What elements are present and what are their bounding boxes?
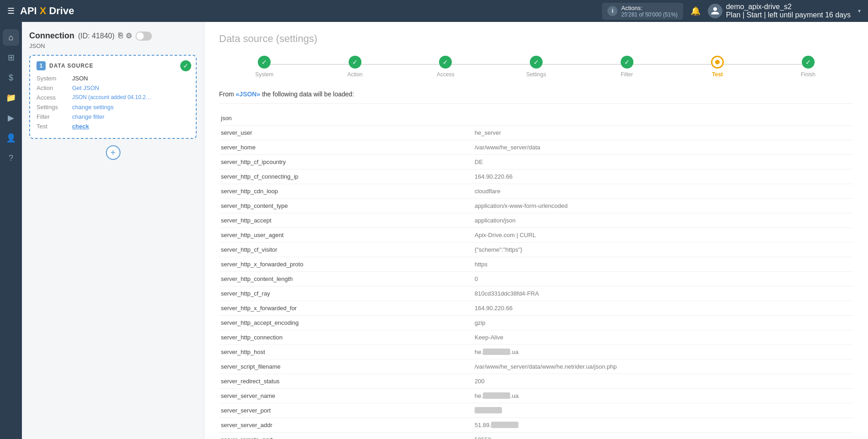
step-test[interactable]: Test (672, 56, 763, 78)
sidebar-item-help[interactable]: ? (3, 150, 19, 166)
value-settings[interactable]: change settings (72, 104, 114, 111)
row-value: /var/www/he_server/data/www/he.netrider.… (473, 360, 853, 374)
table-row: server_http_hosthe.​​​​.ua (219, 345, 853, 360)
row-key: server_server_name (219, 389, 473, 403)
row-value: application/x-www-form-urlencoded (473, 199, 853, 213)
table-row: server_http_cdn_loopcloudflare (219, 184, 853, 199)
source-name: «JSON» (236, 90, 261, 98)
panel-title-main: Data source (219, 33, 273, 44)
row-key: server_http_cdn_loop (219, 184, 473, 199)
row-key: server_http_user_agent (219, 228, 473, 243)
table-row: server_http_x_forwarded_for164.90.220.66 (219, 301, 853, 316)
step-access: ✓ Access (400, 56, 491, 78)
sidebar-item-home[interactable]: ⌂ (3, 29, 19, 46)
logo-api: API (20, 5, 37, 17)
row-key: server_http_content_type (219, 199, 473, 213)
user-details: demo_apix-drive_s2 Plan | Start | left u… (726, 3, 851, 19)
step-action: ✓ Action (310, 56, 401, 78)
step-label-action: Action (347, 71, 362, 78)
actions-label: Actions: (621, 5, 677, 11)
card-header: 1 DATA SOURCE (37, 61, 189, 70)
value-access[interactable]: JSON (account added 04.10.2… (72, 94, 151, 101)
username: demo_apix-drive_s2 (726, 3, 851, 11)
avatar (708, 4, 722, 18)
step-filter: ✓ Filter (581, 56, 672, 78)
step-circle-test (711, 56, 724, 69)
sidebar-item-play[interactable]: ▶ (3, 110, 19, 126)
data-table: jsonserver_userhe_serverserver_home/var/… (219, 111, 853, 439)
connection-label: Connection (29, 31, 74, 41)
step-label-finish: Finish (801, 71, 816, 78)
value-filter[interactable]: change filter (72, 113, 105, 120)
label-test: Test (37, 123, 68, 130)
hamburger-menu[interactable]: ☰ (7, 6, 15, 16)
logo: APIXDrive (20, 5, 74, 17)
step-circle-system: ✓ (258, 56, 271, 69)
card-title: DATA SOURCE (49, 63, 94, 69)
step-circle-settings: ✓ (530, 56, 543, 69)
value-action[interactable]: Get JSON (72, 85, 99, 91)
step-circle-finish: ✓ (802, 56, 815, 69)
settings-icon[interactable]: ⚙ (125, 32, 132, 40)
table-row: server_remote_port50552 (219, 433, 853, 439)
row-value: gzip (473, 316, 853, 330)
table-row: server_http_content_length0 (219, 272, 853, 286)
value-system: JSON (72, 75, 88, 82)
table-row: server_http_cf_ray810cd331ddc38fd4-FRA (219, 286, 853, 301)
bell-icon[interactable]: 🔔 (690, 6, 701, 16)
row-key: server_http_content_length (219, 272, 473, 286)
table-row: server_script_filename/var/www/he_server… (219, 360, 853, 374)
row-key: server_server_port (219, 403, 473, 418)
copy-icon[interactable]: ⎘ (118, 32, 123, 40)
card-row-access: Access JSON (account added 04.10.2… (37, 94, 189, 101)
sidebar-item-billing[interactable]: $ (3, 69, 19, 86)
step-circle-access: ✓ (439, 56, 452, 69)
sidebar-item-user[interactable]: 👤 (3, 130, 19, 146)
row-key: server_user (219, 126, 473, 140)
card-row-test: Test check (37, 123, 189, 130)
card-row-filter: Filter change filter (37, 113, 189, 120)
logo-drive: Drive (49, 5, 74, 17)
row-value: he.​​​​.ua (473, 345, 853, 360)
row-value: application/json (473, 213, 853, 228)
row-value (473, 111, 853, 126)
row-value: 164.90.220.66 (473, 169, 853, 184)
label-action: Action (37, 85, 68, 91)
row-value: /var/www/he_server/data (473, 140, 853, 155)
row-value: Keep-Alive (473, 330, 853, 345)
table-row: server_server_port​​​ (219, 403, 853, 418)
card-row-settings: Settings change settings (37, 104, 189, 111)
label-system: System (37, 75, 68, 82)
toggle-switch[interactable] (136, 32, 152, 41)
actions-box: i Actions: 25'281 of 50'000 (51%) (602, 3, 683, 20)
user-plan: Plan | Start | left until payment 16 day… (726, 11, 851, 19)
row-value: 810cd331ddc38fd4-FRA (473, 286, 853, 301)
data-info-text: From «JSON» the following data will be l… (219, 90, 853, 104)
left-panel: Connection (ID: 41840) ⎘ ⚙ JSON 1 DATA S… (22, 22, 204, 439)
row-value: ​​​ (473, 403, 853, 418)
sidebar-item-files[interactable]: 📁 (3, 90, 19, 106)
row-key: server_redirect_status (219, 374, 473, 389)
row-value: 51.89.​​​​​ (473, 418, 853, 433)
table-row: server_home/var/www/he_server/data (219, 140, 853, 155)
step-label-system: System (255, 71, 273, 78)
label-access: Access (37, 94, 68, 101)
actions-text-block: Actions: 25'281 of 50'000 (51%) (621, 5, 677, 18)
table-row: server_server_addr51.89.​​​​​ (219, 418, 853, 433)
row-key: json (219, 111, 473, 126)
table-row: server_server_namehe.​​​​.ua (219, 389, 853, 403)
step-finish: ✓ Finish (763, 56, 853, 78)
actions-count: 25'281 of 50'000 (51%) (621, 11, 677, 18)
row-key: server_http_cf_ray (219, 286, 473, 301)
value-test[interactable]: check (72, 123, 89, 130)
add-block-button[interactable]: + (106, 145, 120, 160)
row-value: DE (473, 155, 853, 169)
row-value: https (473, 257, 853, 272)
row-key: server_http_cf_connecting_ip (219, 169, 473, 184)
sidebar: ⌂ ⊞ $ 📁 ▶ 👤 ? (0, 22, 22, 439)
user-info[interactable]: demo_apix-drive_s2 Plan | Start | left u… (708, 3, 861, 19)
step-circle-filter: ✓ (621, 56, 633, 69)
row-value: 164.90.220.66 (473, 301, 853, 316)
label-settings: Settings (37, 104, 68, 111)
sidebar-item-grid[interactable]: ⊞ (3, 49, 19, 66)
